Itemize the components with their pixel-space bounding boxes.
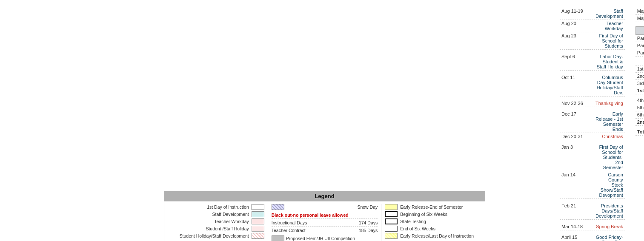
- schedule-date: Nov 22-26: [561, 101, 595, 106]
- schedule-event: Carson County Stock Show/Staff Devopment: [595, 172, 623, 198]
- schedule-date: Mar 14-18: [561, 224, 595, 229]
- stats-row-total: 2nd Semester Total 96 Days: [635, 119, 644, 126]
- stats-label: Panhandle Junior High School = 81,780: [637, 43, 644, 48]
- schedule-section: Aug 11-19 Staff Development Aug 20 Teach…: [560, 3, 625, 241]
- stats-label: Total: [637, 129, 644, 134]
- schedule-row: Dec 17 Early Release - 1st Semester Ends: [560, 111, 625, 133]
- right-top-row: May 27 Graduation: [635, 15, 644, 22]
- legend-box-snow: [272, 204, 284, 210]
- legend-box-end-six: [385, 226, 398, 232]
- legend-value: 185 Days: [359, 228, 378, 233]
- schedule-row: Feb 21 Presidents Days/Staff Development: [560, 202, 625, 220]
- legend-box-teacher-workday: [252, 218, 264, 224]
- legend-label: End of Six Weeks: [400, 226, 481, 231]
- legend-col-2: Snow Day Black out-no personal leave all…: [272, 204, 378, 241]
- legend-label: Instructional Days: [272, 220, 307, 225]
- legend-section: Legend 1st Day of Instruction Staff Deve…: [164, 191, 485, 241]
- legend-label: Student /Staff Holiday: [168, 226, 249, 231]
- legend-teacher-contract: Teacher Contract 185 Days: [272, 228, 378, 234]
- stats-label: 1st Six Weeks: [637, 66, 644, 71]
- stats-label: 2nd Six Weeks: [637, 74, 644, 79]
- instructional-days-box: Instructional Days 1st Six Weeks 24 Inst…: [635, 58, 644, 136]
- schedule-date: May 27: [637, 16, 644, 21]
- stats-label: 5th Six Weeks: [637, 105, 644, 110]
- stats-label: 2nd Semester Total: [637, 119, 644, 125]
- schedule-date: Jan 14: [561, 172, 595, 198]
- legend-item-beg-six: Beginning of Six Weeks: [385, 211, 481, 217]
- schedule-date: May 27: [637, 9, 644, 14]
- stats-label: Panhandle High School = 81,432: [637, 36, 644, 41]
- legend-label: Teacher Contract: [272, 228, 306, 233]
- stats-label: 4th Six Weeks: [637, 98, 644, 103]
- legend-box-student-holiday-staff: [252, 233, 264, 239]
- schedule-row: Oct 11 Columbus Day-Student Holiday/Staf…: [560, 74, 625, 96]
- schedule-row: Nov 22-26 Thanksgiving: [560, 100, 625, 107]
- legend-instructional-days: Instructional Days 174 Days: [272, 220, 378, 227]
- stats-row: Panhandle High School = 81,432: [635, 35, 644, 42]
- schedule-row: Aug 23 First Day of School for Students: [560, 32, 625, 50]
- schedule-event: Columbus Day-Student Holiday/Staff Dev.: [595, 75, 623, 95]
- legend-col-1: 1st Day of Instruction Staff Development…: [168, 204, 264, 241]
- schedule-row: Mar 14-18 Spring Break: [560, 223, 625, 230]
- stats-row-total: 1st Semester Total 78 Days: [635, 87, 644, 94]
- schedule-event: Presidents Days/Staff Development: [595, 203, 623, 218]
- schedule-event: Early Release - 1st Semester Ends: [595, 111, 623, 132]
- legend-label: Teacher Workday: [168, 219, 249, 224]
- schedule-date: Aug 23: [561, 33, 595, 48]
- instructional-minutes-header: Instructional Minutes: [635, 26, 644, 35]
- stats-row-grand-total: Total 174 Days: [635, 128, 644, 136]
- legend-label: Early Release-End of Semester: [400, 204, 481, 210]
- schedule-event: Labor Day-Student & Staff Holiday: [595, 54, 623, 69]
- legend-label: State Testing: [400, 219, 481, 224]
- schedule-event: Teacher Workday: [595, 21, 623, 31]
- legend-box-beg-six: [385, 211, 398, 217]
- schedule-date: Dec 17: [561, 111, 595, 132]
- legend-item-state-testing: State Testing: [385, 218, 481, 224]
- schedule-event: First Day of School for Students-2nd Sem…: [595, 145, 623, 170]
- legend-label: 1st Day of Instruction: [168, 204, 249, 210]
- legend-box-first-day: [252, 204, 264, 210]
- legend-box-proposed: [272, 235, 284, 241]
- legend-label: Early Release/Last Day of Instruction: [400, 233, 481, 238]
- instructional-minutes-box: Instructional Minutes Panhandle High Sch…: [635, 26, 644, 57]
- stats-row: 2nd Six Weeks 29 Instructiaonl Days: [635, 73, 644, 80]
- legend-item: Student /Staff Holiday: [168, 226, 264, 232]
- schedule-row: Jan 3 First Day of School for Students-2…: [560, 144, 625, 171]
- legend-box-state-testing: [385, 218, 398, 224]
- legend-box-student-holiday: [252, 226, 264, 232]
- stats-label: 3rd Six Weeks: [637, 81, 644, 86]
- right-top-row: May 27 Early Release - Last Day of Instr…: [635, 8, 644, 15]
- legend-item: 1st Day of Instruction: [168, 204, 264, 210]
- schedule-row: Sept 6 Labor Day-Student & Staff Holiday: [560, 53, 625, 71]
- stats-section: May 27 Early Release - Last Day of Instr…: [635, 3, 644, 241]
- schedule-date: Jan 3: [561, 145, 595, 170]
- schedule-row: Aug 11-19 Staff Development: [560, 8, 625, 20]
- legend-item-early-last: Early Release/Last Day of Instruction: [385, 233, 481, 239]
- legend-value: 174 Days: [359, 220, 378, 225]
- schedule-row: Dec 20-31 Christmas: [560, 133, 625, 140]
- legend-col-3: Early Release-End of Semester Beginning …: [385, 204, 481, 241]
- legend-box-early-release: [385, 204, 398, 210]
- schedule-row: Jan 14 Carson County Stock Show/Staff De…: [560, 171, 625, 199]
- stats-label: 1st Semester Total: [637, 88, 644, 93]
- schedule-date: Oct 11: [561, 75, 595, 95]
- schedule-event: Good Friday-Snow Day: [595, 235, 623, 241]
- schedule-row: Aug 20 Teacher Workday: [560, 20, 625, 32]
- schedule-event: Christmas: [602, 134, 623, 139]
- stats-row: 5th Six Weeks 29 Instructional Days: [635, 104, 644, 111]
- schedule-event: Spring Break: [596, 224, 623, 229]
- schedule-date: Dec 20-31: [561, 134, 595, 139]
- stats-label: Panhandle Elementary School = 81,780: [637, 50, 644, 55]
- legend-item: Staff Development: [168, 211, 264, 217]
- schedule-event: Staff Development: [595, 9, 623, 19]
- legend-label: Staff Development: [168, 212, 249, 217]
- schedule-date: April 15: [561, 235, 595, 241]
- legend-blackout: Black out-no personal leave allowed: [272, 213, 378, 219]
- legend-item: Student Holiday/Staff Development: [168, 233, 264, 239]
- legend-label: Student Holiday/Staff Development: [168, 233, 249, 238]
- schedule-event: Thanksgiving: [595, 101, 623, 106]
- legend-box-staff-dev: [252, 211, 264, 217]
- stats-row: 4th Six Weeks 34 Instructional Days: [635, 97, 644, 104]
- instructional-days-header: Instructional Days: [635, 58, 644, 65]
- legend-proposed: Proposed Elem/JH UIl Competition: [272, 235, 378, 241]
